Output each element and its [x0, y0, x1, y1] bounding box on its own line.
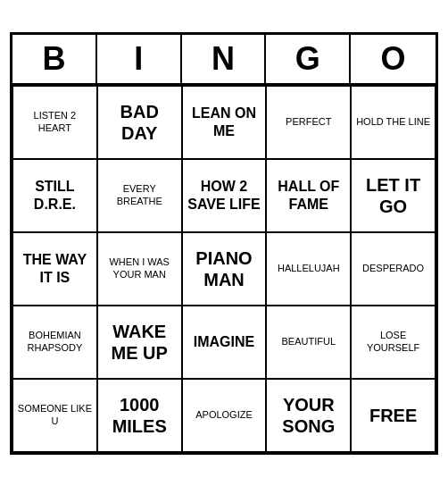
bingo-cell-3: PERFECT — [266, 86, 351, 159]
bingo-cell-1: BAD DAY — [97, 86, 182, 159]
bingo-letter-i: I — [97, 35, 182, 83]
bingo-cell-11: WHEN I WAS YOUR MAN — [97, 232, 182, 306]
bingo-cell-19: LOSE YOURSELF — [351, 306, 436, 379]
bingo-grid: LISTEN 2 HEARTBAD DAYLEAN ON MEPERFECTHO… — [12, 86, 436, 452]
bingo-cell-15: BOHEMIAN RHAPSODY — [12, 306, 97, 379]
bingo-cell-23: YOUR SONG — [266, 379, 351, 452]
bingo-cell-6: EVERY BREATHE — [97, 159, 182, 232]
bingo-card: BINGO LISTEN 2 HEARTBAD DAYLEAN ON MEPER… — [10, 32, 438, 455]
bingo-header: BINGO — [12, 35, 436, 86]
bingo-cell-20: SOMEONE LIKE U — [12, 379, 97, 452]
bingo-cell-13: HALLELUJAH — [266, 232, 351, 306]
bingo-cell-18: BEAUTIFUL — [266, 306, 351, 379]
bingo-letter-n: N — [182, 35, 267, 83]
bingo-cell-10: THE WAY IT IS — [12, 232, 97, 306]
bingo-cell-14: DESPERADO — [351, 232, 436, 306]
bingo-letter-b: B — [12, 35, 97, 83]
bingo-cell-9: LET IT GO — [351, 159, 436, 232]
bingo-cell-0: LISTEN 2 HEART — [12, 86, 97, 159]
bingo-cell-17: IMAGINE — [182, 306, 267, 379]
bingo-cell-12: PIANO MAN — [182, 232, 267, 306]
bingo-cell-4: HOLD THE LINE — [351, 86, 436, 159]
bingo-cell-21: 1000 MILES — [97, 379, 182, 452]
bingo-cell-22: APOLOGIZE — [182, 379, 267, 452]
bingo-cell-5: STILL D.R.E. — [12, 159, 97, 232]
bingo-cell-8: HALL OF FAME — [266, 159, 351, 232]
bingo-letter-o: O — [351, 35, 436, 83]
bingo-cell-7: HOW 2 SAVE LIFE — [182, 159, 267, 232]
bingo-cell-2: LEAN ON ME — [182, 86, 267, 159]
bingo-cell-16: WAKE ME UP — [97, 306, 182, 379]
bingo-cell-24: FREE — [351, 379, 436, 452]
bingo-letter-g: G — [266, 35, 351, 83]
